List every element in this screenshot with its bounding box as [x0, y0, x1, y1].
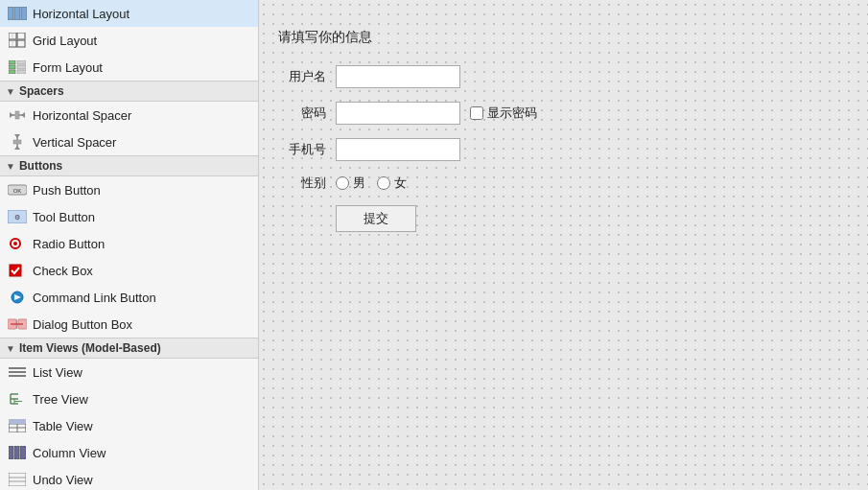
svg-text:⚙: ⚙ — [14, 214, 20, 221]
horizontal-spacer-icon — [8, 105, 27, 125]
username-input[interactable] — [336, 65, 460, 88]
sidebar-item-label: Command Link Button — [33, 291, 156, 305]
sidebar-item-label: Tree View — [33, 392, 88, 407]
collapse-arrow-item-views: ▼ — [6, 343, 15, 354]
svg-rect-0 — [8, 7, 13, 20]
svg-rect-14 — [17, 70, 26, 74]
sidebar-item-label: Horizontal Layout — [33, 7, 129, 21]
form-container: 请填写你的信息 用户名 密码 显示密码 手机号 性别 男 — [278, 29, 537, 232]
sidebar-item-horizontal-layout[interactable]: Horizontal Layout — [0, 0, 258, 27]
sidebar-item-radio-button[interactable]: Radio Button — [0, 230, 258, 257]
svg-rect-9 — [9, 60, 15, 64]
svg-marker-16 — [10, 112, 13, 118]
svg-rect-18 — [15, 111, 19, 119]
section-buttons[interactable]: ▼ Buttons — [0, 155, 258, 176]
svg-rect-22 — [13, 140, 21, 144]
svg-rect-4 — [17, 33, 25, 39]
sidebar-item-vertical-spacer[interactable]: Vertical Spacer — [0, 128, 258, 155]
sidebar-item-dialog-button-box[interactable]: Dialog Button Box — [0, 311, 258, 338]
sidebar-item-label: Vertical Spacer — [33, 135, 116, 150]
gender-male-label: 男 — [353, 175, 365, 192]
sidebar-item-tree-view[interactable]: Tree View — [0, 385, 258, 412]
sidebar-item-tool-button[interactable]: ⚙ Tool Button — [0, 203, 258, 230]
sidebar-item-check-box[interactable]: Check Box — [0, 257, 258, 284]
svg-point-28 — [13, 242, 17, 245]
list-view-icon — [8, 362, 27, 382]
form-row-gender: 性别 男 女 — [278, 175, 537, 192]
show-password-checkbox[interactable] — [470, 106, 483, 120]
sidebar-item-label: Push Button — [33, 183, 101, 198]
table-view-icon — [8, 416, 27, 435]
sidebar-item-column-view[interactable]: Column View — [0, 439, 258, 466]
sidebar-item-label: Horizontal Spacer — [33, 108, 131, 123]
sidebar-item-form-layout[interactable]: Form Layout — [0, 54, 258, 81]
radio-button-icon — [8, 234, 27, 253]
sidebar-item-label: Dialog Button Box — [33, 317, 132, 332]
undo-view-icon — [8, 470, 27, 489]
sidebar-item-label: Form Layout — [33, 60, 103, 75]
svg-marker-17 — [21, 112, 25, 118]
show-password-label: 显示密码 — [470, 105, 537, 122]
command-link-button-icon — [8, 288, 27, 307]
tree-view-icon — [8, 389, 27, 408]
section-buttons-label: Buttons — [19, 159, 62, 173]
username-label: 用户名 — [278, 68, 326, 85]
svg-rect-6 — [17, 40, 25, 47]
form-title: 请填写你的信息 — [278, 29, 537, 46]
svg-rect-52 — [20, 446, 26, 459]
form-row-phone: 手机号 — [278, 138, 537, 161]
svg-rect-2 — [21, 7, 27, 20]
svg-rect-51 — [14, 446, 19, 459]
phone-label: 手机号 — [278, 141, 326, 158]
svg-rect-50 — [9, 446, 13, 459]
gender-label: 性别 — [278, 175, 326, 192]
section-item-views[interactable]: ▼ Item Views (Model-Based) — [0, 338, 258, 359]
svg-rect-53 — [9, 473, 26, 486]
sidebar-item-undo-view[interactable]: Undo View — [0, 466, 258, 490]
svg-rect-10 — [17, 60, 26, 64]
password-input[interactable] — [336, 102, 460, 125]
sidebar-item-label: Undo View — [33, 473, 93, 487]
sidebar-item-list-view[interactable]: List View — [0, 359, 258, 385]
sidebar-item-label: Tool Button — [33, 210, 95, 224]
vertical-spacer-icon — [8, 132, 27, 152]
gender-female-radio[interactable] — [377, 176, 390, 190]
svg-rect-11 — [9, 65, 15, 69]
sidebar-item-label: Column View — [33, 446, 106, 460]
sidebar-item-horizontal-spacer[interactable]: Horizontal Spacer — [0, 102, 258, 128]
svg-text:OK: OK — [13, 188, 22, 194]
gender-radio-group: 男 女 — [336, 175, 407, 192]
sidebar-item-command-link-button[interactable]: Command Link Button — [0, 284, 258, 311]
svg-rect-49 — [9, 419, 26, 424]
phone-input[interactable] — [336, 138, 460, 161]
password-label: 密码 — [278, 105, 326, 122]
form-row-username: 用户名 — [278, 65, 537, 88]
submit-button[interactable]: 提交 — [336, 205, 416, 232]
form-layout-icon — [8, 58, 27, 77]
gender-male-option: 男 — [336, 175, 365, 192]
column-view-icon — [8, 443, 27, 462]
svg-rect-29 — [10, 265, 21, 276]
section-item-views-label: Item Views (Model-Based) — [19, 341, 161, 355]
dialog-button-box-icon — [8, 315, 27, 334]
sidebar-item-grid-layout[interactable]: Grid Layout — [0, 27, 258, 54]
section-spacers[interactable]: ▼ Spacers — [0, 81, 258, 102]
svg-rect-13 — [9, 70, 15, 74]
sidebar-item-push-button[interactable]: OK Push Button — [0, 176, 258, 203]
left-panel: Horizontal Layout Grid Layout — [0, 0, 259, 490]
svg-rect-1 — [14, 7, 20, 20]
sidebar-item-label: List View — [33, 365, 82, 380]
tool-button-icon: ⚙ — [8, 207, 27, 226]
sidebar-item-label: Radio Button — [33, 237, 105, 251]
section-spacers-label: Spacers — [19, 84, 64, 98]
sidebar-item-label: Check Box — [33, 264, 93, 278]
sidebar-item-label: Grid Layout — [33, 34, 97, 48]
collapse-arrow-spacers: ▼ — [6, 86, 15, 97]
check-box-icon — [8, 261, 27, 280]
gender-female-option: 女 — [377, 175, 407, 192]
gender-male-radio[interactable] — [336, 176, 349, 190]
svg-rect-12 — [17, 65, 26, 69]
form-row-password: 密码 显示密码 — [278, 102, 537, 125]
svg-marker-20 — [14, 134, 20, 138]
sidebar-item-table-view[interactable]: Table View — [0, 412, 258, 439]
